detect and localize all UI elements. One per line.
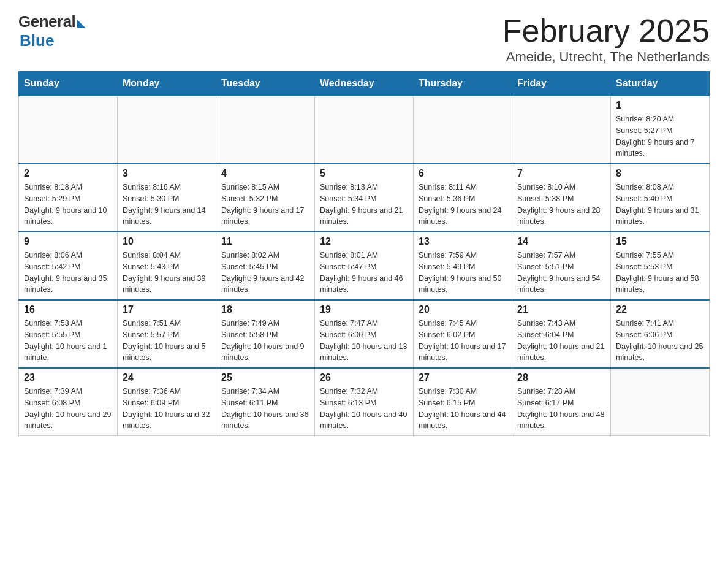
day-number: 25 — [221, 372, 309, 383]
calendar-cell: 23Sunrise: 7:39 AMSunset: 6:08 PMDayligh… — [19, 368, 118, 436]
day-of-week-header: Friday — [512, 72, 611, 96]
day-number: 9 — [24, 236, 112, 247]
title-section: February 2025 Ameide, Utrecht, The Nethe… — [502, 12, 710, 65]
logo-arrow-icon — [77, 20, 86, 28]
calendar-cell: 5Sunrise: 8:13 AMSunset: 5:34 PMDaylight… — [315, 164, 414, 232]
day-info: Sunrise: 8:06 AMSunset: 5:42 PMDaylight:… — [24, 250, 112, 296]
day-number: 22 — [616, 304, 704, 315]
day-info: Sunrise: 7:32 AMSunset: 6:13 PMDaylight:… — [320, 386, 408, 432]
calendar-cell: 12Sunrise: 8:01 AMSunset: 5:47 PMDayligh… — [315, 232, 414, 300]
logo-blue-text: Blue — [20, 31, 54, 50]
day-number: 28 — [517, 372, 605, 383]
day-info: Sunrise: 8:04 AMSunset: 5:43 PMDaylight:… — [123, 250, 211, 296]
header-row: SundayMondayTuesdayWednesdayThursdayFrid… — [19, 72, 710, 96]
calendar-cell: 4Sunrise: 8:15 AMSunset: 5:32 PMDaylight… — [216, 164, 315, 232]
calendar-cell: 22Sunrise: 7:41 AMSunset: 6:06 PMDayligh… — [611, 300, 710, 368]
day-number: 15 — [616, 236, 704, 247]
page-header: General Blue February 2025 Ameide, Utrec… — [18, 12, 710, 65]
day-info: Sunrise: 8:16 AMSunset: 5:30 PMDaylight:… — [123, 182, 211, 228]
day-info: Sunrise: 7:45 AMSunset: 6:02 PMDaylight:… — [419, 318, 507, 364]
calendar-cell: 3Sunrise: 8:16 AMSunset: 5:30 PMDaylight… — [118, 164, 216, 232]
day-info: Sunrise: 7:51 AMSunset: 5:57 PMDaylight:… — [123, 318, 211, 364]
calendar-cell — [611, 368, 710, 436]
calendar-cell: 2Sunrise: 8:18 AMSunset: 5:29 PMDaylight… — [19, 164, 118, 232]
week-row: 16Sunrise: 7:53 AMSunset: 5:55 PMDayligh… — [19, 300, 710, 368]
day-number: 26 — [320, 372, 408, 383]
day-number: 3 — [123, 168, 211, 179]
day-number: 6 — [419, 168, 507, 179]
calendar-cell: 18Sunrise: 7:49 AMSunset: 5:58 PMDayligh… — [216, 300, 315, 368]
day-of-week-header: Sunday — [19, 72, 118, 96]
calendar-cell — [315, 96, 414, 164]
day-info: Sunrise: 7:36 AMSunset: 6:09 PMDaylight:… — [123, 386, 211, 432]
calendar-cell: 16Sunrise: 7:53 AMSunset: 5:55 PMDayligh… — [19, 300, 118, 368]
day-number: 19 — [320, 304, 408, 315]
day-number: 1 — [616, 100, 704, 111]
day-info: Sunrise: 7:49 AMSunset: 5:58 PMDaylight:… — [221, 318, 309, 364]
day-info: Sunrise: 8:11 AMSunset: 5:36 PMDaylight:… — [419, 182, 507, 228]
calendar-cell — [216, 96, 315, 164]
calendar-cell — [414, 96, 512, 164]
day-of-week-header: Monday — [118, 72, 216, 96]
calendar-cell: 21Sunrise: 7:43 AMSunset: 6:04 PMDayligh… — [512, 300, 611, 368]
day-number: 27 — [419, 372, 507, 383]
calendar-cell: 9Sunrise: 8:06 AMSunset: 5:42 PMDaylight… — [19, 232, 118, 300]
calendar-cell: 17Sunrise: 7:51 AMSunset: 5:57 PMDayligh… — [118, 300, 216, 368]
calendar-cell: 10Sunrise: 8:04 AMSunset: 5:43 PMDayligh… — [118, 232, 216, 300]
day-number: 8 — [616, 168, 704, 179]
location-title: Ameide, Utrecht, The Netherlands — [502, 49, 710, 65]
day-info: Sunrise: 8:02 AMSunset: 5:45 PMDaylight:… — [221, 250, 309, 296]
day-of-week-header: Wednesday — [315, 72, 414, 96]
day-info: Sunrise: 8:01 AMSunset: 5:47 PMDaylight:… — [320, 250, 408, 296]
day-number: 17 — [123, 304, 211, 315]
day-info: Sunrise: 7:43 AMSunset: 6:04 PMDaylight:… — [517, 318, 605, 364]
calendar-cell: 14Sunrise: 7:57 AMSunset: 5:51 PMDayligh… — [512, 232, 611, 300]
calendar-table: SundayMondayTuesdayWednesdayThursdayFrid… — [18, 71, 710, 436]
day-info: Sunrise: 7:30 AMSunset: 6:15 PMDaylight:… — [419, 386, 507, 432]
calendar-cell: 26Sunrise: 7:32 AMSunset: 6:13 PMDayligh… — [315, 368, 414, 436]
day-number: 4 — [221, 168, 309, 179]
week-row: 9Sunrise: 8:06 AMSunset: 5:42 PMDaylight… — [19, 232, 710, 300]
day-number: 20 — [419, 304, 507, 315]
calendar-cell: 8Sunrise: 8:08 AMSunset: 5:40 PMDaylight… — [611, 164, 710, 232]
day-number: 21 — [517, 304, 605, 315]
calendar-cell: 25Sunrise: 7:34 AMSunset: 6:11 PMDayligh… — [216, 368, 315, 436]
calendar-cell: 19Sunrise: 7:47 AMSunset: 6:00 PMDayligh… — [315, 300, 414, 368]
logo-general-text: General — [18, 12, 75, 31]
day-info: Sunrise: 7:47 AMSunset: 6:00 PMDaylight:… — [320, 318, 408, 364]
day-info: Sunrise: 7:59 AMSunset: 5:49 PMDaylight:… — [419, 250, 507, 296]
day-info: Sunrise: 7:41 AMSunset: 6:06 PMDaylight:… — [616, 318, 704, 364]
calendar-cell: 7Sunrise: 8:10 AMSunset: 5:38 PMDaylight… — [512, 164, 611, 232]
calendar-cell — [118, 96, 216, 164]
day-number: 14 — [517, 236, 605, 247]
day-of-week-header: Saturday — [611, 72, 710, 96]
day-number: 5 — [320, 168, 408, 179]
day-number: 24 — [123, 372, 211, 383]
day-number: 11 — [221, 236, 309, 247]
week-row: 2Sunrise: 8:18 AMSunset: 5:29 PMDaylight… — [19, 164, 710, 232]
day-number: 2 — [24, 168, 112, 179]
calendar-cell: 11Sunrise: 8:02 AMSunset: 5:45 PMDayligh… — [216, 232, 315, 300]
day-info: Sunrise: 8:18 AMSunset: 5:29 PMDaylight:… — [24, 182, 112, 228]
calendar-cell — [19, 96, 118, 164]
day-number: 23 — [24, 372, 112, 383]
day-number: 7 — [517, 168, 605, 179]
day-number: 16 — [24, 304, 112, 315]
day-of-week-header: Tuesday — [216, 72, 315, 96]
calendar-cell: 28Sunrise: 7:28 AMSunset: 6:17 PMDayligh… — [512, 368, 611, 436]
day-info: Sunrise: 8:10 AMSunset: 5:38 PMDaylight:… — [517, 182, 605, 228]
day-info: Sunrise: 8:13 AMSunset: 5:34 PMDaylight:… — [320, 182, 408, 228]
month-title: February 2025 — [502, 12, 710, 49]
day-info: Sunrise: 7:28 AMSunset: 6:17 PMDaylight:… — [517, 386, 605, 432]
calendar-cell: 13Sunrise: 7:59 AMSunset: 5:49 PMDayligh… — [414, 232, 512, 300]
calendar-cell: 27Sunrise: 7:30 AMSunset: 6:15 PMDayligh… — [414, 368, 512, 436]
day-number: 18 — [221, 304, 309, 315]
day-info: Sunrise: 8:15 AMSunset: 5:32 PMDaylight:… — [221, 182, 309, 228]
week-row: 23Sunrise: 7:39 AMSunset: 6:08 PMDayligh… — [19, 368, 710, 436]
day-info: Sunrise: 7:57 AMSunset: 5:51 PMDaylight:… — [517, 250, 605, 296]
day-info: Sunrise: 7:39 AMSunset: 6:08 PMDaylight:… — [24, 386, 112, 432]
calendar-cell: 24Sunrise: 7:36 AMSunset: 6:09 PMDayligh… — [118, 368, 216, 436]
day-number: 13 — [419, 236, 507, 247]
day-info: Sunrise: 8:20 AMSunset: 5:27 PMDaylight:… — [616, 113, 704, 159]
day-info: Sunrise: 7:55 AMSunset: 5:53 PMDaylight:… — [616, 250, 704, 296]
